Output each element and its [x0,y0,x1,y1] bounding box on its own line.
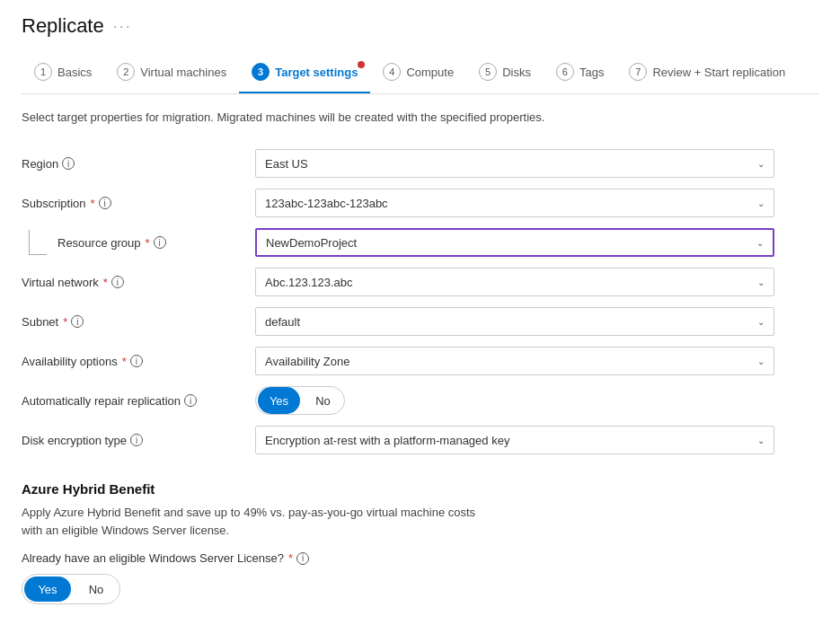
rg-chevron-icon: ⌄ [756,238,764,248]
field-subscription: Subscription * i 123abc-123abc-123abc ⌄ [22,183,818,223]
auto-repair-label: Automatically repair replication [22,394,181,408]
hybrid-question-text: Already have an eligible Windows Server … [22,551,284,565]
hybrid-desc: Apply Azure Hybrid Benefit and save up t… [22,504,818,539]
subnet-chevron-icon: ⌄ [757,317,765,327]
region-info-icon[interactable]: i [62,157,75,170]
step-vm-label: Virtual machines [140,66,226,79]
step-ts-dot [358,61,365,68]
step-review[interactable]: 7 Review + Start replication [616,54,798,93]
subscription-chevron-icon: ⌄ [757,198,765,208]
vnet-label-col: Virtual network * i [22,276,255,289]
subscription-info-icon[interactable]: i [99,197,111,209]
field-virtual-network: Virtual network * i Abc.123.123.abc ⌄ [22,262,818,302]
step-disks[interactable]: 5 Disks [466,54,544,93]
step-review-circle: 7 [629,63,647,81]
avail-info-icon[interactable]: i [130,355,143,367]
step-tags-circle: 6 [556,63,574,81]
region-value: East US [265,157,308,171]
subscription-label: Subscription [22,197,86,210]
step-basics[interactable]: 1 Basics [22,54,104,93]
disk-enc-info-icon[interactable]: i [130,434,143,446]
step-disks-label: Disks [502,66,531,79]
hybrid-required: * [288,551,293,565]
vnet-label: Virtual network [22,276,99,289]
hybrid-yes-label: Yes [38,583,57,596]
subnet-label: Subnet [22,315,58,329]
vnet-chevron-icon: ⌄ [757,277,765,287]
step-vm-circle: 2 [117,63,135,81]
disk-enc-select[interactable]: Encryption at-rest with a platform-manag… [255,426,774,454]
auto-repair-no-label: No [315,394,331,408]
step-review-label: Review + Start replication [652,66,785,79]
rg-value: NewDemoProject [266,236,357,250]
auto-repair-yes-label: Yes [270,394,288,408]
avail-value: Availability Zone [265,355,349,368]
vnet-value: Abc.123.123.abc [265,276,353,289]
subscription-select[interactable]: 123abc-123abc-123abc ⌄ [255,189,774,217]
step-target-settings[interactable]: 3 Target settings [239,54,370,93]
subscription-control: 123abc-123abc-123abc ⌄ [255,189,818,217]
disk-enc-chevron-icon: ⌄ [757,436,765,445]
hybrid-info-icon[interactable]: i [296,552,309,565]
hybrid-toggle[interactable]: Yes No [22,574,120,604]
page-title: Replicate [22,14,104,38]
field-region: Region i East US ⌄ [22,144,818,183]
rg-info-icon[interactable]: i [154,236,166,249]
auto-repair-control: Yes No [255,386,818,415]
step-basics-circle: 1 [34,63,52,81]
step-basics-label: Basics [57,66,92,79]
rg-required: * [146,236,150,250]
subnet-select[interactable]: default ⌄ [255,307,774,336]
field-auto-repair: Automatically repair replication i Yes N… [22,381,818,420]
disk-enc-label: Disk encryption type [22,434,127,447]
step-compute[interactable]: 4 Compute [370,54,466,93]
disk-enc-label-col: Disk encryption type i [22,434,255,447]
avail-select[interactable]: Availability Zone ⌄ [255,347,774,375]
page-title-dots: ··· [113,17,132,36]
step-tags-label: Tags [579,66,604,79]
avail-control: Availability Zone ⌄ [255,347,818,375]
vnet-control: Abc.123.123.abc ⌄ [255,268,818,296]
subnet-info-icon[interactable]: i [71,315,84,328]
hybrid-yes[interactable]: Yes [24,577,71,602]
auto-repair-toggle[interactable]: Yes No [255,386,345,415]
wizard-steps: 1 Basics 2 Virtual machines 3 Target set… [22,54,818,94]
region-control: East US ⌄ [255,149,818,178]
field-resource-group: Resource group * i NewDemoProject ⌄ [22,223,818,262]
step-tags[interactable]: 6 Tags [544,54,616,93]
hybrid-no[interactable]: No [73,575,119,603]
rg-select[interactable]: NewDemoProject ⌄ [255,228,774,257]
vnet-required: * [103,276,108,289]
rg-connector [29,230,47,255]
subscription-value: 123abc-123abc-123abc [265,197,388,210]
step-virtual-machines[interactable]: 2 Virtual machines [104,54,239,93]
auto-repair-info-icon[interactable]: i [184,394,197,407]
avail-label-col: Availability options * i [22,355,255,368]
region-select[interactable]: East US ⌄ [255,149,774,178]
disk-enc-control: Encryption at-rest with a platform-manag… [255,426,818,454]
subnet-required: * [63,315,67,329]
field-subnet: Subnet * i default ⌄ [22,302,818,341]
subnet-control: default ⌄ [255,307,818,336]
auto-repair-label-col: Automatically repair replication i [22,394,255,408]
auto-repair-yes[interactable]: Yes [258,387,300,414]
subscription-required: * [91,197,95,210]
disk-enc-value: Encryption at-rest with a platform-manag… [265,434,509,447]
avail-label: Availability options [22,355,118,368]
vnet-select[interactable]: Abc.123.123.abc ⌄ [255,268,774,296]
subnet-label-col: Subnet * i [22,315,255,329]
form-section: Region i East US ⌄ Subscription * i 123a… [22,144,818,460]
region-label-col: Region i [22,157,255,171]
rg-label-col: Resource group * i [22,230,255,255]
hybrid-question-row: Already have an eligible Windows Server … [22,551,818,565]
region-label: Region [22,157,58,171]
hybrid-title: Azure Hybrid Benefit [22,481,818,497]
step-ts-label: Target settings [275,66,358,79]
field-disk-encryption: Disk encryption type i Encryption at-res… [22,420,818,460]
rg-label: Resource group [57,236,141,250]
auto-repair-no[interactable]: No [302,387,344,414]
vnet-info-icon[interactable]: i [111,276,124,288]
step-ts-circle: 3 [252,63,270,81]
step-disks-circle: 5 [479,63,497,81]
avail-chevron-icon: ⌄ [757,357,765,366]
